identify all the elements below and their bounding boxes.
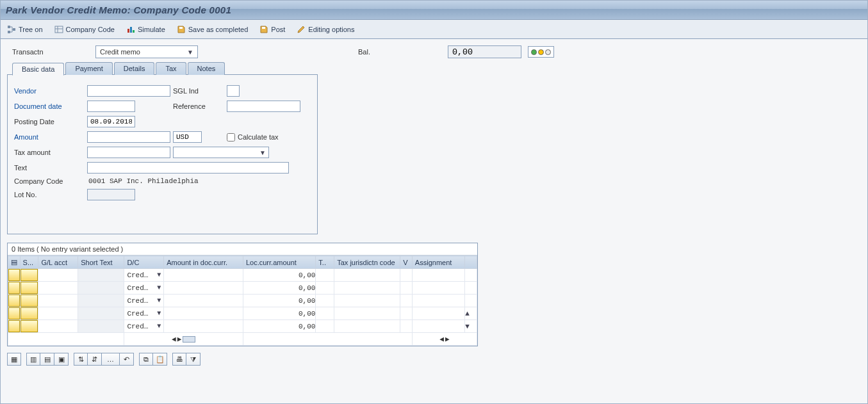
tab-payment[interactable]: Payment (65, 62, 112, 75)
dc-select[interactable]: Cred… ▼ (124, 320, 163, 332)
dc-select[interactable]: Cred… ▼ (124, 295, 163, 307)
value-date-cell[interactable] (400, 269, 412, 281)
assignment-cell[interactable] (413, 282, 464, 294)
status-button[interactable] (20, 307, 38, 319)
scrollbar-track[interactable] (183, 336, 195, 343)
assignment-cell[interactable] (413, 320, 464, 332)
col-selector[interactable]: ▤ (8, 256, 20, 269)
tax-jurisdiction-cell[interactable] (334, 295, 400, 307)
amount-label[interactable]: Amount (14, 133, 85, 141)
select-all-button[interactable]: ▦ (7, 353, 21, 366)
col-short-text[interactable]: Short Text (78, 256, 124, 269)
editing-options-button[interactable]: Editing options (297, 25, 354, 34)
row-select-button[interactable] (8, 282, 20, 294)
post-button[interactable]: Post (259, 25, 285, 34)
tax-cell[interactable] (316, 295, 334, 307)
col-status[interactable]: S... (20, 256, 38, 269)
status-button[interactable] (20, 320, 38, 332)
insert-row-button[interactable]: ▥ (26, 353, 40, 366)
duplicate-row-button[interactable]: ▣ (54, 353, 69, 366)
tax-cell[interactable] (316, 282, 334, 294)
delete-row-button[interactable]: ▤ (40, 353, 54, 366)
copy-button[interactable]: ⧉ (139, 353, 153, 366)
row-select-button[interactable] (8, 269, 20, 281)
tax-jurisdiction-cell[interactable] (334, 269, 400, 281)
document-date-field[interactable] (87, 101, 135, 112)
paste-button[interactable]: 📋 (153, 353, 167, 366)
simulate-button[interactable]: Simulate (126, 25, 165, 34)
text-field[interactable] (87, 162, 289, 174)
document-date-label[interactable]: Document date (14, 102, 85, 110)
status-button[interactable] (20, 282, 38, 294)
tab-notes[interactable]: Notes (188, 62, 225, 75)
col-dc[interactable]: D/C (124, 256, 164, 269)
col-value-date[interactable]: V (400, 256, 413, 269)
amount-field[interactable] (87, 131, 170, 143)
amount-doc-curr-cell[interactable] (164, 295, 243, 307)
row-select-button[interactable] (8, 295, 20, 307)
vertical-scroll-cell[interactable]: ▲ (465, 307, 477, 320)
tab-tax[interactable]: Tax (156, 62, 186, 75)
reference-field[interactable] (227, 101, 300, 112)
amount-doc-curr-cell[interactable] (164, 269, 243, 281)
undo-button[interactable]: ↶ (120, 353, 134, 366)
gl-acct-cell[interactable] (38, 307, 78, 319)
sort-asc-button[interactable]: ⇅ (74, 353, 88, 366)
value-date-cell[interactable] (400, 320, 412, 332)
col-amount-doc-curr[interactable]: Amount in doc.curr. (164, 256, 243, 269)
col-tax[interactable]: T.. (316, 256, 334, 269)
vendor-label[interactable]: Vendor (14, 87, 85, 95)
posting-date-field[interactable] (87, 116, 135, 127)
tax-cell[interactable] (316, 320, 334, 332)
vertical-scroll-cell[interactable] (465, 295, 477, 307)
tax-cell[interactable] (316, 269, 334, 281)
tax-jurisdiction-cell[interactable] (334, 282, 400, 294)
amount-doc-curr-cell[interactable] (164, 307, 243, 319)
gl-acct-cell[interactable] (38, 320, 78, 332)
value-date-cell[interactable] (400, 307, 412, 319)
save-completed-button[interactable]: Save as completed (177, 25, 249, 34)
dc-select[interactable]: Cred… ▼ (124, 269, 163, 281)
value-date-cell[interactable] (400, 295, 412, 307)
status-button[interactable] (20, 295, 38, 307)
company-code-button[interactable]: Company Code (54, 25, 115, 34)
vertical-scroll-cell[interactable] (465, 269, 477, 282)
tax-amount-field[interactable] (87, 147, 170, 158)
transactn-select[interactable]: Credit memo ▼ (95, 45, 198, 58)
calculate-tax-checkbox[interactable] (227, 133, 235, 141)
gl-acct-cell[interactable] (38, 282, 78, 294)
scroll-right-icon[interactable]: ▶ (177, 335, 182, 343)
assignment-cell[interactable] (413, 269, 464, 281)
tax-cell[interactable] (316, 307, 334, 319)
status-button[interactable] (20, 269, 38, 281)
tree-on-button[interactable]: Tree on (7, 25, 43, 34)
row-select-button[interactable] (8, 320, 20, 332)
scroll-left-icon[interactable]: ◀ (172, 335, 176, 343)
sort-desc-button[interactable]: ⇵ (88, 353, 102, 366)
assignment-cell[interactable] (413, 307, 464, 319)
tax-jurisdiction-cell[interactable] (334, 320, 400, 332)
dc-select[interactable]: Cred… ▼ (124, 282, 163, 294)
col-loc-curr-amount[interactable]: Loc.curr.amount (243, 256, 315, 269)
assignment-cell[interactable] (413, 295, 464, 307)
col-tax-jurisdiction[interactable]: Tax jurisdictn code (334, 256, 400, 269)
gl-acct-cell[interactable] (38, 295, 78, 307)
sgl-ind-field[interactable] (227, 85, 240, 97)
print-button[interactable]: 🖶 (172, 353, 186, 366)
amount-doc-curr-cell[interactable] (164, 320, 243, 332)
currency-field[interactable] (173, 131, 202, 143)
vendor-field[interactable] (87, 85, 170, 97)
amount-doc-curr-cell[interactable] (164, 282, 243, 294)
col-gl-acct[interactable]: G/L acct (38, 256, 78, 269)
col-assignment[interactable]: Assignment (412, 256, 464, 269)
vertical-scroll-cell[interactable]: ▼ (465, 320, 477, 333)
tab-details[interactable]: Details (114, 62, 155, 75)
scroll-left-icon[interactable]: ◀ (439, 335, 444, 343)
more-button[interactable]: … (102, 353, 120, 366)
scroll-right-icon[interactable]: ▶ (445, 335, 450, 343)
vertical-scroll-cell[interactable] (465, 282, 477, 295)
gl-acct-cell[interactable] (38, 269, 78, 281)
tab-basic-data[interactable]: Basic data (12, 63, 64, 76)
dc-select[interactable]: Cred… ▼ (124, 307, 163, 319)
value-date-cell[interactable] (400, 282, 412, 294)
